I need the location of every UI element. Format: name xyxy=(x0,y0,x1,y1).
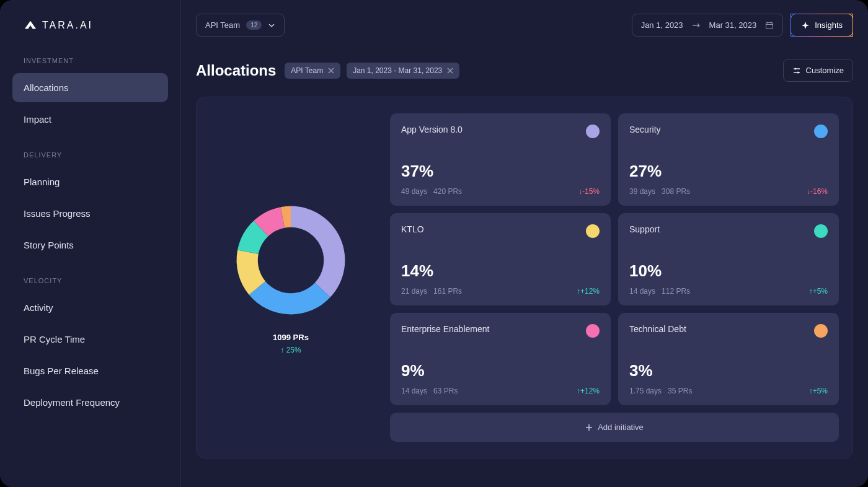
card-delta: ↑+12% xyxy=(577,287,600,296)
allocation-card[interactable]: KTLO 14% 21 days 161 PRs ↑+12% xyxy=(390,213,611,305)
card-percent: 37% xyxy=(401,162,600,181)
card-delta: ↑+5% xyxy=(809,387,828,395)
card-title: Enterprise Enablement xyxy=(401,324,489,334)
donut-slice[interactable] xyxy=(291,206,345,297)
allocation-card[interactable]: Technical Debt 3% 1.75 days 35 PRs ↑+5% xyxy=(618,313,839,405)
card-title: Technical Debt xyxy=(629,324,686,334)
card-title: KTLO xyxy=(401,224,424,234)
calendar-icon xyxy=(765,21,774,30)
team-count-badge: 12 xyxy=(246,20,262,30)
page-title: Allocations xyxy=(196,62,276,79)
color-dot xyxy=(586,224,600,238)
insights-label: Insights xyxy=(815,20,843,30)
color-dot xyxy=(586,324,600,338)
card-percent: 10% xyxy=(629,261,828,281)
content-panel: 1099 PRs ↑ 25% App Version 8.0 37% 49 da… xyxy=(196,97,853,458)
filter-chip[interactable]: Jan 1, 2023 - Mar 31, 2023 xyxy=(347,63,459,79)
card-prs: 35 PRs xyxy=(668,387,692,395)
chart-area: 1099 PRs ↑ 25% xyxy=(210,113,371,442)
card-days: 1.75 days xyxy=(629,387,662,395)
card-delta: ↑+12% xyxy=(577,387,600,395)
color-dot xyxy=(814,125,828,138)
main-content: API Team 12 Jan 1, 2023 Mar 31, 2023 xyxy=(181,0,868,487)
sidebar-item-issues-progress[interactable]: Issues Progress xyxy=(12,199,168,228)
card-prs: 112 PRs xyxy=(662,287,690,296)
add-initiative-button[interactable]: Add initiative xyxy=(390,413,839,442)
arrow-right-icon xyxy=(692,22,701,29)
chevron-down-icon xyxy=(268,22,275,29)
allocation-card[interactable]: Enterprise Enablement 9% 14 days 63 PRs … xyxy=(390,313,611,405)
filter-chip[interactable]: API Team xyxy=(285,63,340,79)
donut-slice[interactable] xyxy=(249,281,330,314)
allocation-card[interactable]: Support 10% 14 days 112 PRs ↑+5% xyxy=(618,213,839,305)
logo-text: TARA.AI xyxy=(42,20,93,31)
donut-chart xyxy=(232,201,350,319)
card-days: 39 days xyxy=(629,187,655,196)
logo-icon xyxy=(24,19,37,32)
sidebar-item-deployment-frequency[interactable]: Deployment Frequency xyxy=(12,388,168,417)
close-icon[interactable] xyxy=(447,68,453,74)
card-title: Security xyxy=(629,125,661,134)
sliders-icon xyxy=(792,66,801,75)
chip-label: Jan 1, 2023 - Mar 31, 2023 xyxy=(353,66,442,75)
svg-point-2 xyxy=(797,71,799,73)
team-name: API Team xyxy=(205,20,240,30)
card-percent: 14% xyxy=(401,261,600,281)
chip-label: API Team xyxy=(291,66,323,75)
allocation-card[interactable]: App Version 8.0 37% 49 days 420 PRs ↓-15… xyxy=(390,113,611,206)
card-percent: 27% xyxy=(629,162,828,181)
date-start: Jan 1, 2023 xyxy=(641,20,683,30)
card-prs: 161 PRs xyxy=(433,287,462,296)
logo: TARA.AI xyxy=(24,19,168,32)
card-title: Support xyxy=(629,224,660,234)
team-selector[interactable]: API Team 12 xyxy=(196,14,285,37)
card-delta: ↓-15% xyxy=(578,187,600,196)
sidebar-item-allocations[interactable]: Allocations xyxy=(12,73,168,102)
card-title: App Version 8.0 xyxy=(401,125,463,134)
plus-icon xyxy=(585,424,593,431)
card-delta: ↓-16% xyxy=(807,187,828,196)
color-dot xyxy=(586,125,600,138)
sidebar-item-bugs-per-release[interactable]: Bugs Per Release xyxy=(12,356,168,385)
add-initiative-label: Add initiative xyxy=(598,423,644,432)
card-days: 14 days xyxy=(629,287,655,296)
nav-heading: DELIVERY xyxy=(24,151,168,159)
sidebar-item-activity[interactable]: Activity xyxy=(12,293,168,322)
card-percent: 3% xyxy=(629,361,828,380)
sidebar: TARA.AI INVESTMENTAllocationsImpactDELIV… xyxy=(0,0,181,487)
sidebar-item-impact[interactable]: Impact xyxy=(12,105,168,134)
sidebar-item-story-points[interactable]: Story Points xyxy=(12,230,168,260)
card-days: 21 days xyxy=(401,287,427,296)
svg-point-1 xyxy=(794,68,796,69)
cards-grid: App Version 8.0 37% 49 days 420 PRs ↓-15… xyxy=(390,113,839,442)
insights-button[interactable]: Insights xyxy=(790,14,853,37)
color-dot xyxy=(814,224,828,238)
card-prs: 63 PRs xyxy=(433,387,458,395)
date-end: Mar 31, 2023 xyxy=(709,20,757,30)
sidebar-item-planning[interactable]: Planning xyxy=(12,167,168,196)
sidebar-item-pr-cycle-time[interactable]: PR Cycle Time xyxy=(12,325,168,354)
color-dot xyxy=(814,324,828,338)
topbar: API Team 12 Jan 1, 2023 Mar 31, 2023 xyxy=(196,14,853,37)
card-percent: 9% xyxy=(401,361,600,380)
card-days: 14 days xyxy=(401,387,427,395)
card-days: 49 days xyxy=(401,187,427,196)
customize-button[interactable]: Customize xyxy=(783,59,853,82)
card-prs: 308 PRs xyxy=(662,187,690,196)
allocation-card[interactable]: Security 27% 39 days 308 PRs ↓-16% xyxy=(618,113,839,206)
customize-label: Customize xyxy=(806,66,844,75)
sparkle-icon xyxy=(801,21,810,30)
page-header: Allocations API TeamJan 1, 2023 - Mar 31… xyxy=(196,59,853,82)
nav-heading: VELOCITY xyxy=(24,277,168,284)
card-delta: ↑+5% xyxy=(809,287,828,296)
chart-total: 1099 PRs xyxy=(273,333,309,342)
nav-heading: INVESTMENT xyxy=(24,57,168,64)
svg-rect-0 xyxy=(766,22,773,29)
chart-delta: ↑ 25% xyxy=(280,346,301,354)
nav: INVESTMENTAllocationsImpactDELIVERYPlann… xyxy=(12,57,168,417)
close-icon[interactable] xyxy=(328,68,334,74)
date-range-picker[interactable]: Jan 1, 2023 Mar 31, 2023 xyxy=(632,14,784,37)
card-prs: 420 PRs xyxy=(433,187,462,196)
